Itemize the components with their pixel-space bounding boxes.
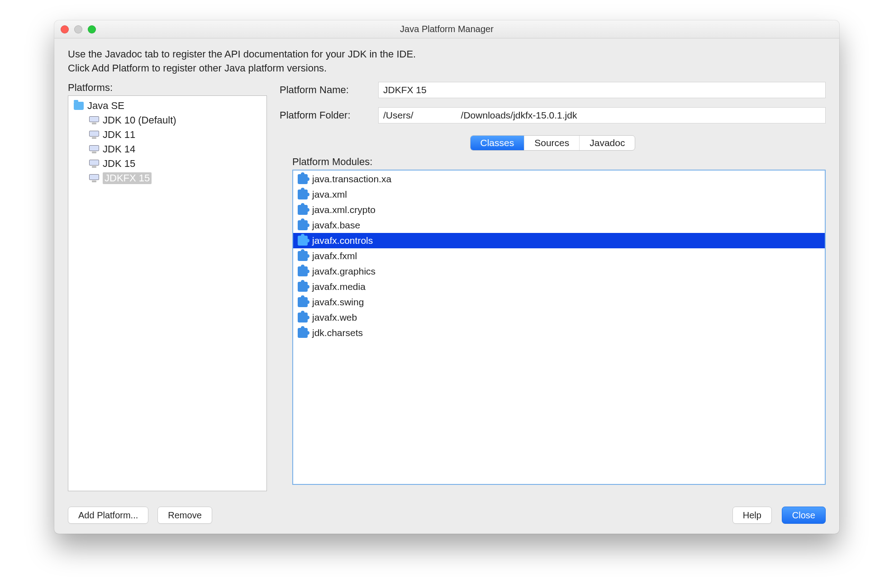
- module-item-label: javafx.base: [312, 220, 360, 231]
- modules-list[interactable]: java.transaction.xajava.xmljava.xml.cryp…: [292, 170, 826, 485]
- platforms-tree[interactable]: Java SEJDK 10 (Default)JDK 11JDK 14JDK 1…: [68, 95, 267, 491]
- puzzle-icon: [298, 205, 308, 215]
- platform-name-label: Platform Name:: [280, 84, 370, 96]
- puzzle-icon: [298, 266, 308, 276]
- puzzle-icon: [298, 313, 308, 322]
- instructions-line1: Use the Javadoc tab to register the API …: [68, 47, 826, 62]
- platform-name-row: Platform Name: JDKFX 15: [280, 82, 826, 98]
- platform-buttons: Add Platform... Remove: [68, 507, 267, 524]
- platform-item-label: JDK 11: [103, 129, 135, 141]
- tree-group-java-se[interactable]: Java SE: [70, 99, 265, 113]
- module-item[interactable]: javafx.base: [293, 218, 825, 233]
- tab-sources[interactable]: Sources: [524, 136, 580, 150]
- module-item-label: javafx.media: [312, 281, 366, 292]
- tree-group-label: Java SE: [87, 100, 124, 112]
- window-controls: [61, 25, 96, 33]
- tab-javadoc[interactable]: Javadoc: [580, 136, 635, 150]
- platform-folder-label: Platform Folder:: [280, 109, 370, 121]
- platform-folder-input[interactable]: /Users/ /Downloads/jdkfx-15.0.1.jdk: [378, 107, 826, 123]
- instructions: Use the Javadoc tab to register the API …: [68, 47, 826, 76]
- dialog-window: Java Platform Manager Use the Javadoc ta…: [54, 20, 839, 534]
- module-item[interactable]: javafx.media: [293, 279, 825, 294]
- platform-item-label: JDK 15: [103, 158, 135, 170]
- puzzle-icon: [298, 174, 308, 184]
- module-item[interactable]: javafx.controls: [293, 233, 825, 248]
- details-column: Platform Name: JDKFX 15 Platform Folder:…: [280, 82, 826, 524]
- module-item-label: java.xml.crypto: [312, 204, 376, 215]
- monitor-icon: [89, 145, 99, 153]
- content-area: Use the Javadoc tab to register the API …: [54, 38, 839, 534]
- module-item[interactable]: javafx.graphics: [293, 264, 825, 279]
- platform-item-label: JDKFX 15: [103, 172, 152, 184]
- minimize-window-button[interactable]: [74, 25, 82, 33]
- puzzle-icon: [298, 282, 308, 292]
- titlebar: Java Platform Manager: [54, 20, 839, 38]
- footer-buttons: Help Close: [280, 485, 826, 524]
- monitor-icon: [89, 131, 99, 139]
- add-platform-button[interactable]: Add Platform...: [68, 507, 148, 524]
- module-item[interactable]: javafx.swing: [293, 294, 825, 310]
- platform-item[interactable]: JDK 14: [70, 142, 265, 156]
- module-item[interactable]: java.xml: [293, 187, 825, 202]
- platform-item[interactable]: JDK 10 (Default): [70, 113, 265, 128]
- tab-group: ClassesSourcesJavadoc: [470, 135, 636, 151]
- puzzle-icon: [298, 190, 308, 199]
- maximize-window-button[interactable]: [88, 25, 96, 33]
- puzzle-icon: [298, 251, 308, 261]
- folder-icon: [74, 102, 84, 110]
- platform-name-value: JDKFX 15: [383, 85, 427, 95]
- puzzle-icon: [298, 220, 308, 230]
- module-item[interactable]: javafx.fxml: [293, 248, 825, 264]
- module-item[interactable]: java.transaction.xa: [293, 171, 825, 187]
- module-item[interactable]: java.xml.crypto: [293, 202, 825, 218]
- close-button[interactable]: Close: [782, 507, 826, 524]
- help-button[interactable]: Help: [732, 507, 772, 524]
- platform-item[interactable]: JDK 11: [70, 128, 265, 142]
- puzzle-icon: [298, 236, 308, 246]
- module-item[interactable]: jdk.charsets: [293, 325, 825, 341]
- platform-item-label: JDK 14: [103, 143, 135, 155]
- platforms-label: Platforms:: [68, 82, 267, 94]
- platform-folder-value: /Users/ /Downloads/jdkfx-15.0.1.jdk: [383, 110, 577, 121]
- instructions-line2: Click Add Platform to register other Jav…: [68, 62, 826, 76]
- module-item-label: java.xml: [312, 189, 347, 200]
- window-title: Java Platform Manager: [54, 24, 839, 34]
- module-item-label: java.transaction.xa: [312, 174, 391, 185]
- platform-item[interactable]: JDK 15: [70, 156, 265, 171]
- close-window-button[interactable]: [61, 25, 69, 33]
- module-item-label: javafx.controls: [312, 235, 373, 246]
- main-area: Platforms: Java SEJDK 10 (Default)JDK 11…: [68, 82, 826, 524]
- platform-item-label: JDK 10 (Default): [103, 114, 176, 126]
- platform-item[interactable]: JDKFX 15: [70, 171, 265, 185]
- monitor-icon: [89, 116, 99, 124]
- platform-name-input[interactable]: JDKFX 15: [378, 82, 826, 98]
- monitor-icon: [89, 160, 99, 168]
- platforms-column: Platforms: Java SEJDK 10 (Default)JDK 11…: [68, 82, 267, 524]
- puzzle-icon: [298, 297, 308, 307]
- tab-classes[interactable]: Classes: [471, 136, 525, 150]
- module-item-label: javafx.graphics: [312, 266, 376, 277]
- module-item-label: javafx.swing: [312, 297, 364, 308]
- platform-folder-row: Platform Folder: /Users/ /Downloads/jdkf…: [280, 107, 826, 123]
- module-item-label: javafx.web: [312, 312, 357, 323]
- remove-platform-button[interactable]: Remove: [157, 507, 212, 524]
- modules-panel: Platform Modules: java.transaction.xajav…: [280, 156, 826, 485]
- module-item-label: javafx.fxml: [312, 251, 357, 261]
- puzzle-icon: [298, 328, 308, 338]
- tabs-wrap: ClassesSourcesJavadoc: [280, 135, 826, 151]
- modules-label: Platform Modules:: [292, 156, 826, 168]
- module-item-label: jdk.charsets: [312, 327, 363, 338]
- module-item[interactable]: javafx.web: [293, 310, 825, 325]
- monitor-icon: [89, 174, 99, 182]
